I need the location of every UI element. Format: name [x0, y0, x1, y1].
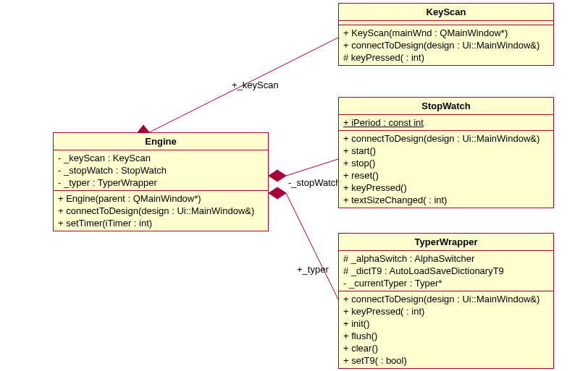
- op-row: + reset(): [343, 169, 549, 182]
- class-typerwrapper-operations: + connectToDesign(design : Ui::MainWindo…: [339, 291, 553, 368]
- attr-row-static: + iPeriod : const int: [343, 116, 549, 129]
- op-row: + clear(): [343, 342, 549, 354]
- op-row: + setTimer(iTimer : int): [58, 217, 264, 229]
- class-stopwatch-attributes: + iPeriod : const int: [339, 115, 553, 131]
- op-row: + textSizeChanged( : int): [343, 194, 549, 206]
- class-typerwrapper-attributes: # _alphaSwitch : AlphaSwitcher # _dictT9…: [339, 251, 553, 291]
- op-row: + connectToDesign(design : Ui::MainWindo…: [343, 132, 549, 145]
- attr-row: - _stopWatch : StopWatch: [58, 164, 264, 176]
- class-stopwatch: StopWatch + iPeriod : const int + connec…: [338, 97, 554, 208]
- class-typerwrapper: TyperWrapper # _alphaSwitch : AlphaSwitc…: [338, 233, 554, 369]
- class-keyscan-title: KeyScan: [339, 4, 553, 21]
- class-engine: Engine - _keyScan : KeyScan - _stopWatch…: [53, 132, 269, 231]
- class-stopwatch-title: StopWatch: [339, 98, 553, 115]
- class-engine-attributes: - _keyScan : KeyScan - _stopWatch : Stop…: [54, 150, 268, 191]
- op-row: + flush(): [343, 330, 549, 342]
- attr-row: # _alphaSwitch : AlphaSwitcher: [343, 252, 549, 265]
- op-row: + init(): [343, 317, 549, 330]
- class-stopwatch-operations: + connectToDesign(design : Ui::MainWindo…: [339, 131, 553, 208]
- op-row: + setT9( : bool): [343, 354, 549, 367]
- class-keyscan-operations: + KeyScan(mainWnd : QMainWindow*) + conn…: [339, 25, 553, 65]
- attr-row: # _dictT9 : AutoLoadSaveDictionaryT9: [343, 265, 549, 277]
- op-row: # keyPressed( : int): [343, 51, 549, 64]
- class-engine-title: Engine: [54, 133, 268, 150]
- op-row: + stop(): [343, 157, 549, 169]
- svg-marker-4: [269, 187, 286, 199]
- op-row: + start(): [343, 145, 549, 157]
- attr-row: - _typer : TyperWrapper: [58, 176, 264, 189]
- op-row: + Engine(parent : QMainWindow*): [58, 192, 264, 205]
- op-row: + connectToDesign(design : Ui::MainWindo…: [343, 293, 549, 305]
- svg-marker-2: [269, 170, 286, 182]
- op-row: + keyPressed(): [343, 182, 549, 194]
- class-keyscan: KeyScan + KeyScan(mainWnd : QMainWindow*…: [338, 3, 554, 66]
- relation-label-keyscan: +_keyScan: [232, 80, 279, 90]
- attr-row: - _keyScan : KeyScan: [58, 152, 264, 164]
- attr-row: - _currentTyper : Typer*: [343, 277, 549, 289]
- class-engine-operations: + Engine(parent : QMainWindow*) + connec…: [54, 191, 268, 231]
- op-row: + KeyScan(mainWnd : QMainWindow*): [343, 27, 549, 39]
- op-row: + connectToDesign(design : Ui::MainWindo…: [343, 39, 549, 51]
- svg-line-3: [286, 159, 338, 176]
- op-row: + keyPressed( : int): [343, 305, 549, 317]
- op-row: + connectToDesign(design : Ui::MainWindo…: [58, 205, 264, 217]
- svg-line-5: [286, 193, 338, 299]
- relation-label-typer: +_typer: [297, 264, 329, 275]
- relation-label-stopwatch: -_stopWatch: [288, 177, 341, 188]
- class-typerwrapper-title: TyperWrapper: [339, 234, 553, 251]
